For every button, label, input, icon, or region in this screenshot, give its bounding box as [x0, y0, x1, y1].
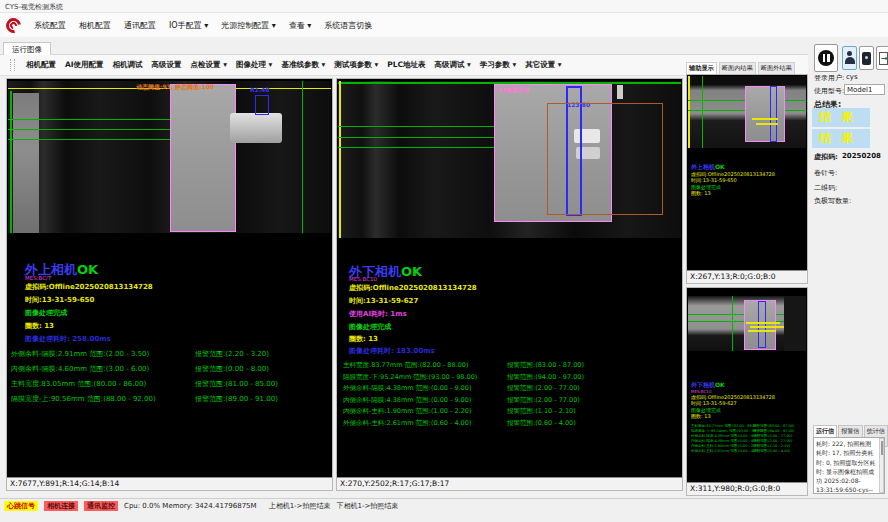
mini-camera-name: 外下相机: [691, 381, 715, 388]
roi-box-pink: [170, 84, 236, 232]
vcode-value: 20250208: [842, 152, 881, 160]
toolbar-item-camera-debug[interactable]: 相机调试: [113, 60, 143, 70]
bright-part: [617, 85, 623, 99]
tab-inner-result[interactable]: 断面内结果: [719, 62, 756, 74]
toolbar-item-learning-params[interactable]: 学习参数 ▾: [480, 60, 516, 70]
comm-monitor-badge: 通讯监控: [84, 501, 118, 511]
ai-region-label: AI检测区域: [498, 86, 529, 95]
camera1-pixel-readout: X:7677,Y:891;R:14;G:14;B:14: [7, 477, 332, 490]
thumbnail1-viewport[interactable]: [688, 76, 806, 148]
roi-box-pink: [745, 86, 785, 142]
thumbnail2-viewport[interactable]: [688, 296, 806, 351]
measurement-alarm: 报警范围:(2.20 - 3.20): [195, 349, 269, 359]
mini-turns: 圈数: 13: [691, 190, 805, 197]
measurement-alarm: 报警范围:(0.00 - 8.00): [195, 364, 269, 374]
measurement-row: 外侧余料-主料:2.61mm 范围:(0.60 - 4.00)报警范围:(0.6…: [343, 419, 680, 431]
measurement-row: 隔膜宽度-上:90.56mm 范围:(88.00 - 92.00)报警范围:(8…: [11, 394, 330, 409]
measurement-row: 内侧余料-主料:1.90mm 范围:(1.00 - 2.20)报警范围:(1.1…: [343, 407, 680, 419]
window-title: CYS-视觉检测系统: [5, 3, 63, 11]
tab-outer-result[interactable]: 断面外结果: [758, 62, 795, 74]
thumbnail1-pixel-readout: X:267,Y:13;R:0;G:0;B:0: [687, 270, 807, 283]
camera1-time: 时间:13-31-59-650: [25, 295, 94, 305]
gripper-part: [230, 113, 282, 143]
measurement-value: 外侧余料-隔膜:4.38mm 范围:(0.00 - 9.00): [343, 384, 471, 392]
camera1-ok-badge: OK: [77, 262, 98, 277]
exit-button[interactable]: [876, 46, 888, 70]
model-select[interactable]: Model1: [844, 84, 885, 95]
measurement-value: 外侧余料-隔膜:2.91mm 范围:(2.00 - 3.50): [11, 350, 149, 358]
thumbnail1-panel: 外上相机OK 虚拟码:Offline2025020813134728 时间:13…: [686, 74, 808, 284]
log-scrollbar[interactable]: [879, 438, 884, 493]
marker-box-blue: [255, 95, 269, 115]
menu-item-system-config[interactable]: 系统配置: [34, 20, 66, 31]
camera2-ai-elapsed: 使用AI耗时: 1ms: [349, 309, 407, 319]
log-textbox[interactable]: 耗时: 222, 拍照检测耗时: 17, 拍照分类耗时: 0, 拍照提取分区耗时…: [813, 437, 885, 494]
measurement-value: 隔膜宽度-上:90.56mm 范围:(88.00 - 92.00): [11, 395, 156, 403]
camera1-viewport[interactable]: 动态阈值:93, 静态阈值:100 R1.48: [8, 81, 331, 233]
measurement-value: 外侧余料-主料:2.61mm 范围:(0.60 - 4.00): [691, 449, 760, 453]
edge-line-green: [302, 81, 303, 233]
login-user-label: 登录用户:: [814, 73, 844, 83]
camera1-measurements: 外侧余料-隔膜:2.91mm 范围:(2.00 - 3.50)报警范围:(2.2…: [11, 349, 330, 409]
edge-line-yellow: [688, 76, 690, 148]
toolbar-item-advanced-settings[interactable]: 高级设置: [152, 60, 182, 70]
defect-mark: [746, 322, 780, 324]
window-titlebar: CYS-视觉检测系统: [0, 0, 888, 13]
menu-item-camera-config[interactable]: 相机配置: [79, 20, 111, 31]
measurement-row: 内侧余料-隔膜:4.38mm 范围:(0.00 - 9.00)报警范围:(2.0…: [343, 396, 680, 408]
toolbar-item-baseline-params[interactable]: 基准线参数 ▾: [281, 60, 325, 70]
tab-run-image[interactable]: 运行图像: [3, 42, 51, 56]
measurement-alarm: 报警范围:(0.60 - 4.00): [507, 419, 576, 428]
measurement-value: 外侧余料-隔膜:4.38mm 范围:(0.00 - 9.00): [691, 434, 760, 438]
measurement-alarm: 报警范围:(89.00 - 91.00): [195, 394, 278, 404]
tab-aux-display[interactable]: 辅助显示: [686, 62, 717, 74]
camera1-mes-line: MES:BC/T: [25, 275, 51, 281]
measurement-value: 主料宽度:83.77mm 范围:(82.00 - 88.00): [691, 424, 759, 428]
threshold-overlay-label: 动态阈值:93, 静态阈值:100: [136, 83, 214, 92]
menu-item-view[interactable]: 查看 ▾: [289, 20, 312, 31]
edge-line-green: [10, 91, 12, 233]
lower-camera-status: 下相机1->拍照结束: [336, 501, 398, 511]
measurement-value: 内侧余料-主料:1.90mm 范围:(1.00 - 2.20): [691, 444, 760, 448]
edge-line-green: [732, 296, 733, 351]
menu-item-comm-config[interactable]: 通讯配置: [124, 20, 156, 31]
dark-band: [784, 296, 806, 351]
camera2-panel: AI检测区域 123.80 外下相机OK MES:BC10 虚拟码:Offlin…: [336, 78, 683, 491]
toolbar-item-spot-check[interactable]: 点检设置 ▾: [191, 60, 227, 70]
mini-turns: 圈数: 13: [691, 413, 805, 420]
pause-button[interactable]: [814, 44, 838, 72]
camera2-viewport[interactable]: AI检测区域 123.80: [338, 81, 681, 238]
toolbar-item-test-params[interactable]: 测试项参数 ▾: [334, 60, 378, 70]
measurement-row: 外侧余料-隔膜:2.91mm 范围:(2.00 - 3.50)报警范围:(2.2…: [11, 349, 330, 364]
camera2-barcode: 虚拟码:Offline2025020813134728: [349, 283, 477, 293]
result-box-2: 结 果: [812, 129, 870, 148]
toolbar-item-advanced-debug[interactable]: 高级调试 ▾: [434, 60, 470, 70]
upper-camera-status: 上相机1->拍照结束: [269, 501, 331, 511]
toolbar-item-other-settings[interactable]: 其它设置 ▾: [525, 60, 561, 70]
toolbar-item-ai-config[interactable]: AI使用配置: [65, 60, 104, 70]
menu-item-language-switch[interactable]: 系统语言切换: [324, 20, 372, 31]
menu-item-light-config[interactable]: 光源控制配置 ▾: [221, 20, 276, 31]
measurement-alarm: 报警范围:(2.00 - 77.00): [507, 396, 580, 405]
toolbar-item-plc-address[interactable]: PLC地址表: [387, 60, 425, 70]
write-count-label: 负极写数量:: [814, 196, 851, 206]
mini-measurements: 主料宽度:83.77mm 范围:(82.00 - 88.00)报警范围:(83.…: [691, 424, 805, 454]
defect-mark: [756, 123, 778, 125]
menu-item-io-config[interactable]: IO手配置 ▾: [169, 20, 208, 31]
device-button[interactable]: [859, 46, 874, 70]
camera2-ok-badge: OK: [401, 264, 422, 279]
toolbar-item-image-processing[interactable]: 图像处理 ▾: [236, 60, 272, 70]
camera2-time: 时间:13-31-59-627: [349, 296, 418, 306]
user-button[interactable]: [842, 46, 857, 70]
login-user-value: cys: [846, 73, 858, 81]
user-icon: [845, 51, 855, 65]
measurement-value: 内侧余料-主料:1.90mm 范围:(1.00 - 2.20): [343, 407, 471, 415]
status-bar: 心跳信号 相机连接 通讯监控 Cpu: 0.0% Memory: 3424.41…: [0, 498, 888, 512]
measurement-alarm: 报警范围:(0.60 - 4.00): [753, 449, 790, 454]
measurement-value: 主料宽度:83.05mm 范围:(80.00 - 86.00): [11, 380, 146, 388]
tab-strip: 运行图像: [0, 37, 808, 55]
measurement-alarm: 报警范围:(1.10 - 2.10): [507, 407, 576, 416]
needle-label: 卷针号:: [814, 168, 837, 178]
toolbar-item-camera-config[interactable]: 相机配置: [26, 60, 56, 70]
result-box-1: 结 果: [812, 108, 870, 127]
